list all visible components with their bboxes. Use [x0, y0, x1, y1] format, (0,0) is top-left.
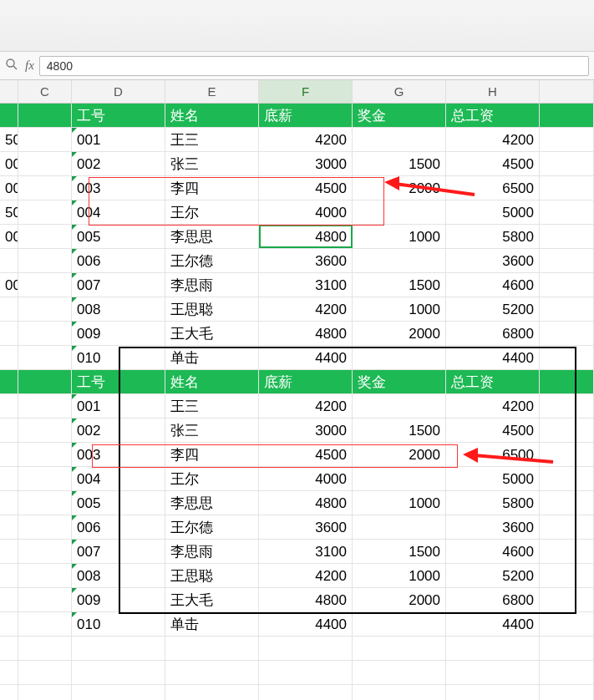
cell[interactable]: 工号 [72, 104, 165, 127]
cell-total[interactable]: 4500 [446, 418, 540, 442]
cell[interactable] [72, 637, 165, 660]
cell-id[interactable]: 002 [72, 418, 165, 442]
cell[interactable] [18, 200, 72, 224]
cell-id[interactable]: 009 [72, 588, 165, 611]
cell[interactable] [353, 637, 446, 660]
cell[interactable] [18, 418, 72, 442]
cell[interactable] [18, 491, 72, 515]
cell-base[interactable]: 4200 [259, 297, 353, 321]
cell[interactable] [540, 612, 594, 636]
spreadsheet-grid[interactable]: C D E F G H 工号姓名底薪奖金总工资500001王三420042000… [0, 80, 594, 700]
cell-bonus[interactable]: 2000 [353, 588, 446, 611]
cell-name[interactable]: 王思聪 [165, 297, 259, 321]
cell[interactable] [18, 322, 72, 345]
cell-base[interactable]: 3600 [259, 249, 353, 272]
cell[interactable] [540, 370, 594, 393]
cell-bonus[interactable] [353, 249, 446, 272]
cell[interactable] [18, 297, 72, 321]
cell[interactable] [18, 370, 72, 393]
cell[interactable] [72, 685, 165, 700]
cell-bonus[interactable]: 1000 [353, 491, 446, 515]
cell-base[interactable]: 4800 [259, 225, 353, 248]
col-header-e[interactable]: E [165, 80, 259, 103]
cell-name[interactable]: 张三 [165, 152, 259, 175]
cell-total[interactable]: 4200 [446, 394, 540, 418]
cell-bonus[interactable]: 2000 [353, 443, 446, 466]
cell-name[interactable]: 李思思 [165, 491, 259, 515]
cell[interactable] [18, 637, 72, 660]
col-header-f[interactable]: F [259, 80, 353, 103]
cell[interactable] [353, 661, 446, 684]
col-header-c[interactable]: C [18, 80, 72, 103]
cell-total[interactable]: 4400 [446, 346, 540, 369]
cell-id[interactable]: 006 [72, 515, 165, 539]
cell[interactable] [540, 515, 594, 539]
cell[interactable] [446, 685, 540, 700]
cell-total[interactable]: 3600 [446, 515, 540, 539]
cell-name[interactable]: 李思雨 [165, 540, 259, 563]
cell-total[interactable]: 4400 [446, 612, 540, 636]
cell[interactable] [165, 685, 259, 700]
cell-name[interactable]: 王尔 [165, 200, 259, 224]
cell[interactable] [18, 273, 72, 297]
cell-total[interactable]: 3600 [446, 249, 540, 272]
formula-input[interactable] [39, 56, 589, 76]
cell[interactable] [540, 443, 594, 466]
cell-name[interactable]: 单击 [165, 346, 259, 369]
cell-name[interactable]: 李思思 [165, 225, 259, 248]
cell-base[interactable]: 4400 [259, 612, 353, 636]
cell[interactable] [540, 200, 594, 224]
cell-id[interactable]: 010 [72, 612, 165, 636]
cell[interactable] [72, 661, 165, 684]
cell-bonus[interactable]: 1000 [353, 564, 446, 587]
col-header-d[interactable]: D [72, 80, 165, 103]
cell-total[interactable]: 6800 [446, 322, 540, 345]
cell[interactable] [540, 491, 594, 515]
cell-total[interactable]: 5800 [446, 225, 540, 248]
cell[interactable] [18, 612, 72, 636]
cell-name[interactable]: 王尔德 [165, 249, 259, 272]
cell-name[interactable]: 王大毛 [165, 588, 259, 611]
cell-total[interactable]: 6800 [446, 588, 540, 611]
cell-id[interactable]: 010 [72, 346, 165, 369]
cell-total[interactable]: 5800 [446, 491, 540, 515]
cell[interactable] [18, 540, 72, 563]
cell-bonus[interactable]: 2000 [353, 176, 446, 200]
col-header-g[interactable]: G [353, 80, 446, 103]
cell[interactable]: 姓名 [165, 104, 259, 127]
cell-base[interactable]: 4800 [259, 588, 353, 611]
cell-name[interactable]: 李思雨 [165, 273, 259, 297]
cell-bonus[interactable] [353, 346, 446, 369]
cell[interactable] [259, 637, 353, 660]
find-icon[interactable] [5, 58, 18, 74]
cell-name[interactable]: 王尔 [165, 467, 259, 490]
cell[interactable]: 底薪 [259, 370, 353, 393]
cell[interactable] [18, 104, 72, 127]
cell[interactable] [18, 515, 72, 539]
cell-total[interactable]: 6500 [446, 176, 540, 200]
cell-bonus[interactable]: 1500 [353, 540, 446, 563]
cell[interactable] [540, 104, 594, 127]
cell-total[interactable]: 5200 [446, 297, 540, 321]
cell-bonus[interactable] [353, 467, 446, 490]
cell-name[interactable]: 王思聪 [165, 564, 259, 587]
cell-total[interactable]: 5000 [446, 467, 540, 490]
cell[interactable] [540, 394, 594, 418]
cell[interactable] [18, 443, 72, 466]
cell-id[interactable]: 004 [72, 200, 165, 224]
cell[interactable]: 奖金 [353, 370, 446, 393]
cell[interactable] [540, 152, 594, 175]
cell-bonus[interactable]: 1000 [353, 297, 446, 321]
col-header-h[interactable]: H [446, 80, 540, 103]
cell[interactable] [446, 661, 540, 684]
cell[interactable] [18, 588, 72, 611]
cell[interactable] [540, 588, 594, 611]
cell-bonus[interactable]: 1000 [353, 225, 446, 248]
cell[interactable] [540, 661, 594, 684]
cell[interactable] [18, 661, 72, 684]
cell[interactable] [540, 297, 594, 321]
cell[interactable] [540, 249, 594, 272]
cell-total[interactable]: 4200 [446, 128, 540, 151]
cell-id[interactable]: 001 [72, 128, 165, 151]
cell[interactable] [540, 176, 594, 200]
